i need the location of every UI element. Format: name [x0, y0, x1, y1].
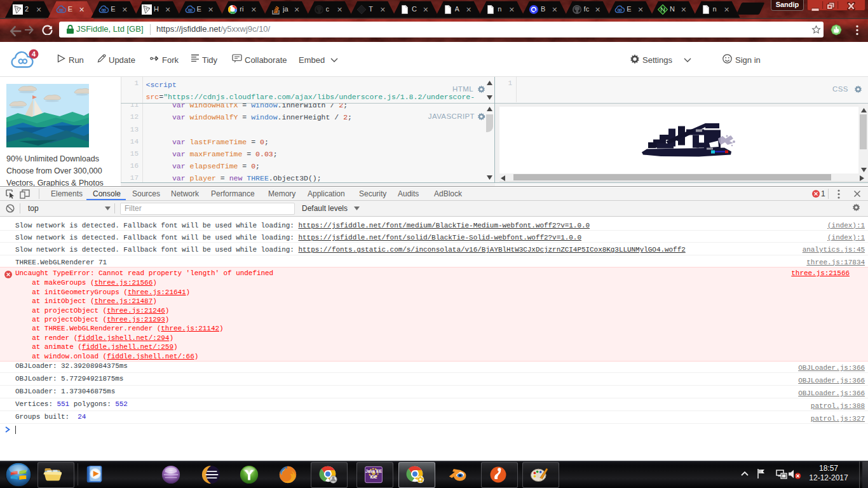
svg-text:Java EE: Java EE: [365, 469, 382, 473]
svg-text:4: 4: [32, 50, 36, 58]
svg-text:IDE: IDE: [370, 475, 377, 479]
